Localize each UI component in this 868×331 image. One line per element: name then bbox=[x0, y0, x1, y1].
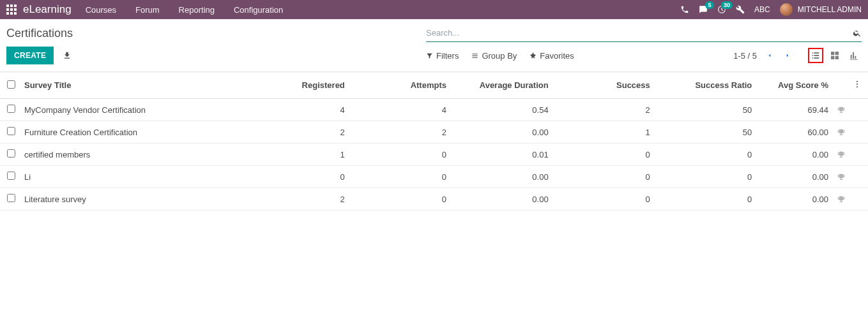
list-view-button[interactable] bbox=[808, 48, 823, 63]
cell-attempts: 4 bbox=[350, 99, 452, 121]
table-row[interactable]: Furniture Creation Certification220.0015… bbox=[0, 121, 868, 143]
import-icon[interactable] bbox=[63, 51, 72, 60]
cell-registered: 4 bbox=[248, 99, 350, 121]
user-menu[interactable]: MITCHELL ADMIN bbox=[780, 3, 862, 16]
graph-view-button[interactable] bbox=[846, 48, 862, 63]
cell-avg-duration: 0.54 bbox=[452, 99, 554, 121]
groupby-icon bbox=[471, 52, 478, 59]
cell-registered: 2 bbox=[248, 121, 350, 143]
svg-rect-1 bbox=[10, 4, 13, 7]
top-menu: Courses Forum Reporting Configuration bbox=[86, 5, 284, 15]
favorites-button[interactable]: Favorites bbox=[529, 51, 574, 61]
cell-avg-duration: 0.00 bbox=[452, 166, 554, 188]
company-label[interactable]: ABC bbox=[754, 5, 770, 14]
filters-button[interactable]: Filters bbox=[426, 51, 459, 61]
filter-icon bbox=[426, 52, 433, 59]
cell-registered: 1 bbox=[248, 143, 350, 166]
debug-icon[interactable] bbox=[736, 5, 745, 14]
page-title: Certifications bbox=[6, 27, 73, 40]
groupby-label: Group By bbox=[482, 51, 517, 61]
cell-attempts: 2 bbox=[350, 121, 452, 143]
cell-success-ratio: 0 bbox=[655, 188, 757, 210]
menu-courses[interactable]: Courses bbox=[86, 5, 116, 15]
pager-text[interactable]: 1-5 / 5 bbox=[733, 51, 757, 61]
search-input[interactable] bbox=[426, 27, 853, 39]
table-header-row: Survey Title Registered Attempts Average… bbox=[0, 72, 868, 99]
cell-avg-duration: 0.00 bbox=[452, 121, 554, 143]
row-checkbox[interactable] bbox=[7, 149, 15, 158]
activities-icon[interactable]: 30 bbox=[717, 5, 726, 14]
col-attempts[interactable]: Attempts bbox=[350, 72, 452, 99]
menu-configuration[interactable]: Configuration bbox=[234, 5, 283, 15]
cell-title: Furniture Creation Certification bbox=[19, 121, 248, 143]
col-avg-score[interactable]: Avg Score % bbox=[757, 72, 834, 99]
cell-avg-duration: 0.00 bbox=[452, 188, 554, 210]
cell-success: 2 bbox=[554, 99, 655, 121]
svg-rect-2 bbox=[14, 4, 17, 7]
svg-rect-6 bbox=[6, 12, 9, 15]
row-checkbox[interactable] bbox=[7, 194, 15, 202]
svg-rect-4 bbox=[10, 8, 13, 11]
trophy-icon[interactable] bbox=[834, 188, 853, 210]
cell-title: Literature survey bbox=[19, 188, 248, 210]
svg-rect-3 bbox=[6, 8, 9, 11]
trophy-icon[interactable] bbox=[834, 166, 853, 188]
trophy-icon[interactable] bbox=[834, 99, 853, 121]
search-icon[interactable] bbox=[853, 29, 862, 38]
apps-icon[interactable] bbox=[6, 4, 17, 15]
cell-success: 0 bbox=[554, 143, 655, 166]
table-row[interactable]: certified members100.01000.00 bbox=[0, 143, 868, 166]
groupby-button[interactable]: Group By bbox=[471, 51, 517, 61]
certifications-table: Survey Title Registered Attempts Average… bbox=[0, 72, 868, 210]
cell-avg-duration: 0.01 bbox=[452, 143, 554, 166]
trophy-icon[interactable] bbox=[834, 121, 853, 143]
menu-forum[interactable]: Forum bbox=[135, 5, 160, 15]
phone-icon[interactable] bbox=[680, 5, 689, 14]
cell-registered: 2 bbox=[248, 188, 350, 210]
messages-badge: 5 bbox=[705, 1, 714, 9]
columns-menu-icon[interactable] bbox=[853, 80, 862, 89]
cell-attempts: 0 bbox=[350, 166, 452, 188]
svg-rect-7 bbox=[10, 12, 13, 15]
select-all-checkbox[interactable] bbox=[7, 80, 15, 89]
app-brand[interactable]: eLearning bbox=[23, 3, 72, 16]
pager-prev[interactable] bbox=[762, 48, 777, 63]
table-row[interactable]: MyCompany Vendor Certification440.542506… bbox=[0, 99, 868, 121]
view-switcher bbox=[808, 48, 862, 63]
table-row[interactable]: Literature survey200.00000.00 bbox=[0, 188, 868, 210]
cell-avg-score: 60.00 bbox=[757, 121, 834, 143]
pager-next[interactable] bbox=[780, 48, 795, 63]
cell-success-ratio: 0 bbox=[655, 166, 757, 188]
pager: 1-5 / 5 bbox=[733, 48, 795, 63]
cell-avg-score: 0.00 bbox=[757, 188, 834, 210]
activities-badge: 30 bbox=[721, 1, 733, 9]
cell-success: 0 bbox=[554, 166, 655, 188]
col-survey-title[interactable]: Survey Title bbox=[19, 72, 248, 99]
col-success-ratio[interactable]: Success Ratio bbox=[655, 72, 757, 99]
table-row[interactable]: Li000.00000.00 bbox=[0, 166, 868, 188]
row-checkbox[interactable] bbox=[7, 172, 15, 180]
favorites-label: Favorites bbox=[540, 51, 574, 61]
row-checkbox[interactable] bbox=[7, 127, 15, 135]
menu-reporting[interactable]: Reporting bbox=[179, 5, 215, 15]
cell-success: 0 bbox=[554, 188, 655, 210]
col-success[interactable]: Success bbox=[554, 72, 655, 99]
cell-attempts: 0 bbox=[350, 188, 452, 210]
kanban-view-button[interactable] bbox=[827, 48, 842, 63]
cell-avg-score: 0.00 bbox=[757, 143, 834, 166]
systray: 5 30 ABC MITCHELL ADMIN bbox=[680, 3, 862, 16]
col-avg-duration[interactable]: Average Duration bbox=[452, 72, 554, 99]
create-button[interactable]: CREATE bbox=[6, 47, 54, 64]
username-label: MITCHELL ADMIN bbox=[798, 5, 862, 14]
star-icon bbox=[529, 52, 537, 59]
trophy-icon[interactable] bbox=[834, 143, 853, 166]
cell-success-ratio: 0 bbox=[655, 143, 757, 166]
messages-icon[interactable]: 5 bbox=[699, 5, 708, 14]
cell-attempts: 0 bbox=[350, 143, 452, 166]
cell-title: MyCompany Vendor Certification bbox=[19, 99, 248, 121]
svg-rect-8 bbox=[14, 12, 17, 15]
col-registered[interactable]: Registered bbox=[248, 72, 350, 99]
cell-avg-score: 69.44 bbox=[757, 99, 834, 121]
filters-label: Filters bbox=[436, 51, 459, 61]
row-checkbox[interactable] bbox=[7, 105, 15, 113]
